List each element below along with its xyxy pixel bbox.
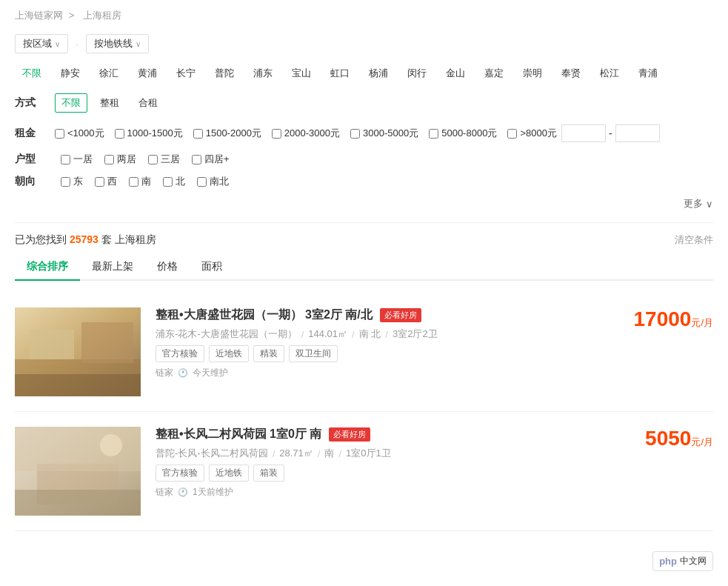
listing-direction-1: 南 <box>324 447 334 460</box>
rent-option-4[interactable]: 3000-5000元 <box>350 127 418 140</box>
clock-icon-1: 🕐 <box>178 487 188 497</box>
rent-option-3[interactable]: 2000-3000元 <box>272 127 340 140</box>
district-tag-13[interactable]: 崇明 <box>515 65 550 81</box>
clear-button[interactable]: 清空条件 <box>675 233 713 247</box>
room-option-3[interactable]: 四居+ <box>192 153 230 166</box>
sort-tab-2[interactable]: 价格 <box>145 254 190 281</box>
district-tag-12[interactable]: 嘉定 <box>477 65 511 81</box>
room-row: 户型 一居两居三居四居+ <box>15 148 713 170</box>
room-options-group: 一居两居三居四居+ <box>61 153 230 166</box>
methods-group: 不限整租合租 <box>55 93 164 113</box>
listing-title-1[interactable]: 整租•长风二村风荷园 1室0厅 南 <box>156 427 321 442</box>
districts-row: 不限静安徐汇黄浦长宁普陀浦东宝山虹口杨浦闵行金山嘉定崇明奉贤松江青浦 <box>15 59 713 87</box>
district-tag-5[interactable]: 普陀 <box>207 65 241 81</box>
listing-card-0[interactable]: 整租•大唐盛世花园（一期） 3室2厅 南/北必看好房浦东-花木-大唐盛世花园（一… <box>15 293 713 412</box>
sort-tabs: 综合排序最新上架价格面积 <box>15 254 713 281</box>
district-tag-11[interactable]: 金山 <box>438 65 472 81</box>
listing-title-0[interactable]: 整租•大唐盛世花园（一期） 3室2厅 南/北 <box>156 307 373 323</box>
listing-footer-0: 链家 🕐 今天维护 <box>156 367 602 379</box>
listing-area-0: 144.01㎡ <box>308 327 347 341</box>
method-tab-2[interactable]: 合租 <box>132 93 164 113</box>
district-tag-9[interactable]: 杨浦 <box>361 65 395 81</box>
district-tag-14[interactable]: 奉贤 <box>554 65 588 81</box>
room-option-2[interactable]: 三居 <box>148 153 180 166</box>
listing-rooms-0: 3室2厅2卫 <box>393 327 438 341</box>
room-label: 户型 <box>15 153 44 166</box>
filter-area: 按区域 ∨ · 按地铁线 ∨ 不限静安徐汇黄浦长宁普陀浦东宝山虹口杨浦闵行金山嘉… <box>15 28 713 223</box>
district-tag-6[interactable]: 浦东 <box>246 65 280 81</box>
listing-info-1: 整租•长风二村风荷园 1室0厅 南必看好房普陀-长风-长风二村风荷园 / 28.… <box>156 427 602 516</box>
rent-option-5[interactable]: 5000-8000元 <box>429 127 497 140</box>
breadcrumb-home[interactable]: 上海链家网 <box>15 10 63 21</box>
direction-options-group: 东西南北南北 <box>61 175 229 188</box>
svg-rect-3 <box>81 322 133 363</box>
more-arrow: ∨ <box>706 199 713 210</box>
area-arrow: ∨ <box>55 40 60 48</box>
metro-label: 按地铁线 <box>94 37 133 50</box>
results-suffix: 套 上海租房 <box>101 233 156 245</box>
area-selector[interactable]: 按区域 ∨ <box>15 34 68 53</box>
listing-location-0: 浦东-花木-大唐盛世花园（一期） <box>156 327 297 341</box>
sort-tab-0[interactable]: 综合排序 <box>15 254 80 281</box>
more-row[interactable]: 更多 ∨ <box>15 193 713 215</box>
breadcrumb-current: 上海租房 <box>83 10 121 21</box>
listing-direction-0: 南 北 <box>359 327 381 341</box>
listing-meta-0: 浦东-花木-大唐盛世花园（一期） / 144.01㎡ / 南 北 / 3室2厅2… <box>156 327 602 341</box>
method-label: 方式 <box>15 96 44 110</box>
listing-tag-0-2: 精装 <box>253 345 284 362</box>
listing-source-1: 链家 <box>156 486 173 499</box>
rent-option-2[interactable]: 1500-2000元 <box>193 127 261 140</box>
results-count: 25793 <box>70 233 98 245</box>
district-tag-1[interactable]: 静安 <box>53 65 87 81</box>
svg-point-8 <box>100 434 122 456</box>
district-tag-2[interactable]: 徐汇 <box>92 65 126 81</box>
district-tag-4[interactable]: 长宁 <box>169 65 203 81</box>
listing-card-1[interactable]: 整租•长风二村风荷园 1室0厅 南必看好房普陀-长风-长风二村风荷园 / 28.… <box>15 412 713 531</box>
sort-tab-3[interactable]: 面积 <box>190 254 234 281</box>
area-metro-row: 按区域 ∨ · 按地铁线 ∨ <box>15 28 713 59</box>
direction-option-1[interactable]: 西 <box>95 175 117 188</box>
area-label: 按区域 <box>23 37 52 50</box>
listing-update-time-0: 今天维护 <box>193 367 228 379</box>
district-tag-10[interactable]: 闵行 <box>400 65 434 81</box>
direction-option-3[interactable]: 北 <box>163 175 185 188</box>
listing-tag-0-3: 双卫生间 <box>289 345 338 362</box>
rent-max-input[interactable] <box>615 124 660 142</box>
more-label: 更多 <box>684 197 703 210</box>
svg-rect-7 <box>15 427 141 471</box>
rent-options-group: <1000元1000-1500元1500-2000元2000-3000元3000… <box>55 127 557 140</box>
listing-image-0 <box>15 307 141 396</box>
listing-badge-0: 必看好房 <box>380 308 421 322</box>
district-tag-8[interactable]: 虹口 <box>323 65 357 81</box>
direction-option-4[interactable]: 南北 <box>197 175 229 188</box>
district-tag-3[interactable]: 黄浦 <box>130 65 164 81</box>
metro-selector[interactable]: 按地铁线 ∨ <box>86 34 149 53</box>
district-tag-16[interactable]: 青浦 <box>631 65 665 81</box>
rent-option-0[interactable]: <1000元 <box>55 127 104 140</box>
listing-tag-0-0: 官方核验 <box>156 345 204 362</box>
rent-min-input[interactable] <box>561 124 606 142</box>
listing-location-1: 普陀-长风-长风二村风荷园 <box>156 447 268 460</box>
method-tab-1[interactable]: 整租 <box>93 93 126 113</box>
district-tag-15[interactable]: 松江 <box>592 65 627 81</box>
room-option-1[interactable]: 两居 <box>104 153 136 166</box>
method-row: 方式 不限整租合租 <box>15 87 713 119</box>
district-tag-0[interactable]: 不限 <box>15 65 49 81</box>
breadcrumb: 上海链家网 > 上海租房 <box>15 0 713 28</box>
room-option-0[interactable]: 一居 <box>61 153 93 166</box>
listing-tag-1-2: 箱装 <box>253 465 284 482</box>
direction-option-2[interactable]: 南 <box>129 175 151 188</box>
district-tag-7[interactable]: 宝山 <box>284 65 318 81</box>
rent-separator: - <box>609 127 612 139</box>
svg-rect-9 <box>15 490 141 516</box>
rent-label: 租金 <box>15 127 44 140</box>
listing-tag-0-1: 近地铁 <box>209 345 249 362</box>
method-tab-0[interactable]: 不限 <box>55 93 87 113</box>
listing-tags-0: 官方核验近地铁精装双卫生间 <box>156 345 602 362</box>
listing-title-row-1: 整租•长风二村风荷园 1室0厅 南必看好房 <box>156 427 602 442</box>
sort-tab-1[interactable]: 最新上架 <box>80 254 145 281</box>
rent-option-6[interactable]: >8000元 <box>507 127 557 140</box>
direction-option-0[interactable]: 东 <box>61 175 83 188</box>
results-prefix: 已为您找到 <box>15 233 67 245</box>
rent-option-1[interactable]: 1000-1500元 <box>115 127 183 140</box>
